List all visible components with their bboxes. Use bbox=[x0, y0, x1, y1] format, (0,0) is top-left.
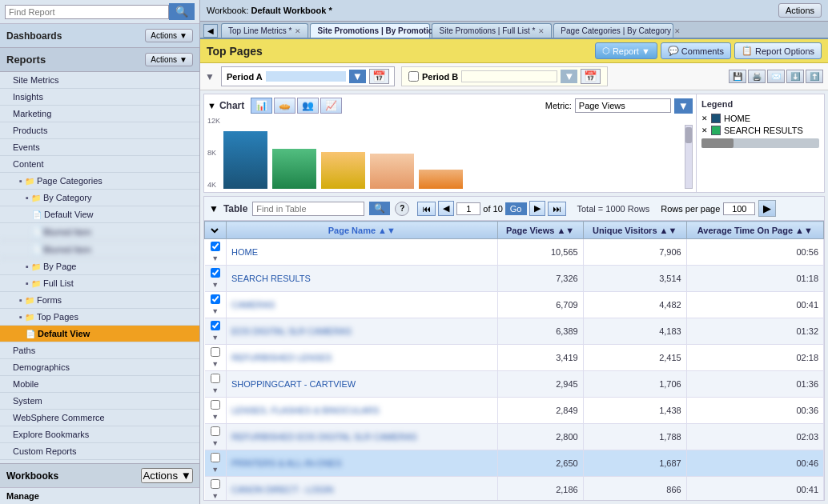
row-checkbox[interactable] bbox=[211, 426, 220, 436]
row-checkbox[interactable] bbox=[211, 321, 220, 330]
next-page-button[interactable]: ▶ bbox=[529, 201, 545, 216]
collapse-table-btn[interactable]: ▼ bbox=[209, 203, 219, 214]
sidebar-item-mobile[interactable]: Mobile bbox=[0, 376, 199, 393]
col-header-avg-time[interactable]: Average Time On Page ▲▼ bbox=[686, 222, 823, 239]
sidebar-item-paths[interactable]: Paths bbox=[0, 342, 199, 359]
legend-close-icon[interactable]: ✕ bbox=[701, 114, 708, 122]
sidebar-item-full-list[interactable]: ▪ 📁 Full List bbox=[0, 275, 199, 292]
tab-top-line-metrics[interactable]: Top Line Metrics * ✕ bbox=[221, 23, 308, 38]
sidebar-item-top-pages[interactable]: ▪ 📁 Top Pages bbox=[0, 309, 199, 326]
col-header-page-name[interactable]: Page Name ▲▼ bbox=[227, 222, 498, 239]
sidebar-item-by-page[interactable]: ▪ 📁 By Page bbox=[0, 258, 199, 275]
row-checkbox[interactable] bbox=[211, 268, 220, 278]
tab-site-promotions-by-promotion[interactable]: Site Promotions | By Promotion * ✕ bbox=[310, 23, 430, 38]
workbooks-actions-button[interactable]: Actions ▼ bbox=[141, 468, 193, 483]
period-a-dropdown[interactable]: ▼ bbox=[349, 70, 366, 83]
period-b-calendar[interactable]: 📅 bbox=[581, 69, 601, 84]
tab-scroll-left[interactable]: ◀ bbox=[203, 24, 218, 38]
pie-chart-button[interactable]: 🥧 bbox=[274, 98, 295, 114]
sidebar-item-page-categories[interactable]: ▪ 📁 Page Categories bbox=[0, 173, 199, 190]
legend-close-icon[interactable]: ✕ bbox=[701, 126, 708, 134]
sidebar-item-by-category[interactable]: ▪ 📁 By Category bbox=[0, 190, 199, 206]
line-chart-button[interactable]: 📈 bbox=[320, 98, 342, 114]
help-button[interactable]: ? bbox=[395, 202, 409, 216]
sidebar-item-site-metrics[interactable]: Site Metrics bbox=[0, 72, 199, 89]
row-checkbox[interactable] bbox=[211, 242, 220, 251]
col-filter-select[interactable]: ▼ bbox=[210, 226, 221, 235]
reports-actions-button[interactable]: Actions ▼ bbox=[145, 53, 193, 66]
sidebar-item-demographics[interactable]: Demographics bbox=[0, 359, 199, 376]
manage-row[interactable]: Manage bbox=[0, 487, 199, 504]
dashboards-actions-button[interactable]: Actions ▼ bbox=[145, 29, 193, 42]
sidebar-item-websphere[interactable]: WebSphere Commerce bbox=[0, 410, 199, 426]
bar-chart-button[interactable]: 📊 bbox=[251, 98, 272, 114]
row-dropdown-icon[interactable]: ▼ bbox=[211, 281, 219, 289]
first-page-button[interactable]: ⏮ bbox=[417, 202, 436, 216]
row-checkbox[interactable] bbox=[211, 294, 220, 304]
row-dropdown-icon[interactable]: ▼ bbox=[211, 466, 219, 474]
chart-scrollbar[interactable] bbox=[685, 125, 693, 189]
row-dropdown-icon[interactable]: ▼ bbox=[211, 254, 219, 262]
row-checkbox[interactable] bbox=[211, 374, 220, 383]
tab-page-categories[interactable]: Page Categories | By Category ✕ bbox=[553, 23, 673, 38]
sidebar-item-products[interactable]: Products bbox=[0, 122, 199, 139]
sidebar-item-forms[interactable]: ▪ 📁 Forms bbox=[0, 292, 199, 309]
collapse-btn[interactable]: ▼ bbox=[205, 71, 215, 82]
email-button[interactable]: ✉️ bbox=[767, 70, 785, 83]
prev-page-button[interactable]: ◀ bbox=[438, 201, 454, 216]
sidebar-item-insights[interactable]: Insights bbox=[0, 89, 199, 106]
row-dropdown-icon[interactable]: ▼ bbox=[211, 360, 219, 368]
sidebar-item-system[interactable]: System bbox=[0, 393, 199, 410]
rows-per-page-input[interactable] bbox=[723, 202, 755, 215]
people-chart-button[interactable]: 👥 bbox=[297, 98, 319, 114]
metric-input[interactable] bbox=[575, 98, 671, 113]
sidebar-item-default-view-1[interactable]: 📄 Default View bbox=[0, 206, 199, 223]
sidebar-item-explore[interactable]: Explore Bookmarks bbox=[0, 426, 199, 443]
period-b-dropdown[interactable]: ▼ bbox=[561, 70, 577, 83]
row-checkbox[interactable] bbox=[211, 347, 220, 357]
report-button[interactable]: ⬡ Report ▼ bbox=[595, 42, 657, 59]
row-dropdown-icon[interactable]: ▼ bbox=[211, 334, 219, 342]
close-icon[interactable]: ✕ bbox=[538, 27, 545, 35]
row-dropdown-icon[interactable]: ▼ bbox=[211, 307, 219, 315]
find-report-input[interactable] bbox=[5, 5, 169, 19]
row-checkbox[interactable] bbox=[211, 479, 220, 489]
sidebar-item-events[interactable]: Events bbox=[0, 139, 199, 156]
tab-site-promotions-full-list[interactable]: Site Promotions | Full List * ✕ bbox=[432, 23, 552, 38]
row-dropdown-icon[interactable]: ▼ bbox=[211, 492, 219, 500]
find-report-button[interactable]: 🔍 bbox=[169, 3, 195, 20]
row-dropdown-icon[interactable]: ▼ bbox=[211, 439, 219, 447]
download-button[interactable]: ⬇️ bbox=[786, 70, 804, 83]
save-button[interactable]: 💾 bbox=[729, 70, 746, 83]
row-checkbox[interactable] bbox=[211, 400, 220, 410]
expand-button[interactable]: ⬆️ bbox=[806, 70, 823, 83]
rows-scroll-button[interactable]: ▶ bbox=[758, 200, 776, 217]
row-dropdown-icon[interactable]: ▼ bbox=[211, 413, 219, 421]
main-actions-button[interactable]: Actions bbox=[778, 3, 822, 18]
period-a-input[interactable] bbox=[266, 71, 346, 82]
col-header-page-views[interactable]: Page Views ▲▼ bbox=[497, 222, 583, 239]
close-icon[interactable]: ✕ bbox=[295, 27, 301, 35]
period-a-calendar[interactable]: 📅 bbox=[369, 69, 389, 84]
period-b-checkbox[interactable] bbox=[408, 71, 419, 82]
sidebar-item-marketing[interactable]: Marketing bbox=[0, 106, 199, 122]
sidebar-item-default-view-active[interactable]: 📄 Default View bbox=[0, 326, 199, 342]
metric-dropdown-button[interactable]: ▼ bbox=[674, 98, 693, 114]
comments-button[interactable]: 💬 Comments bbox=[661, 42, 731, 59]
col-header-unique-visitors[interactable]: Unique Visitors ▲▼ bbox=[583, 222, 686, 239]
print-button[interactable]: 🖨️ bbox=[748, 70, 766, 83]
collapse-chart-btn[interactable]: ▼ bbox=[207, 101, 216, 110]
sidebar-item-content[interactable]: Content bbox=[0, 156, 199, 173]
last-page-button[interactable]: ⏭ bbox=[548, 202, 566, 216]
period-b-input[interactable] bbox=[461, 70, 557, 82]
row-checkbox[interactable] bbox=[211, 453, 220, 462]
legend-scroll[interactable] bbox=[701, 138, 819, 148]
find-table-input[interactable] bbox=[252, 202, 364, 216]
sidebar-item-custom-reports[interactable]: Custom Reports bbox=[0, 443, 199, 460]
go-button[interactable]: Go bbox=[505, 202, 527, 215]
page-number-input[interactable] bbox=[456, 202, 480, 215]
find-table-button[interactable]: 🔍 bbox=[369, 202, 390, 215]
report-options-button[interactable]: 📋 Report Options bbox=[734, 42, 822, 59]
table-scroll-area[interactable]: ▼ Page Name ▲▼ Page Views ▲▼ Unique Visi… bbox=[204, 221, 824, 500]
row-dropdown-icon[interactable]: ▼ bbox=[211, 386, 219, 394]
